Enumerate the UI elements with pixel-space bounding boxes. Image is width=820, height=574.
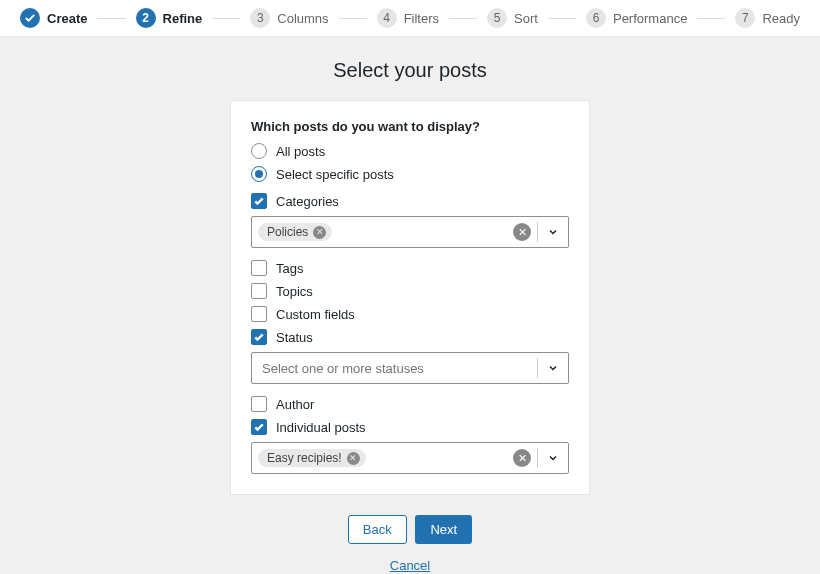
checkbox-icon: [251, 419, 267, 435]
checkbox-author[interactable]: Author: [251, 396, 569, 412]
page-title: Select your posts: [0, 59, 820, 82]
action-bar: Back Next: [0, 515, 820, 544]
step-connector: [449, 18, 477, 19]
step-filters[interactable]: 4 Filters: [377, 8, 439, 28]
step-columns[interactable]: 3 Columns: [250, 8, 328, 28]
checkbox-label: Author: [276, 397, 314, 412]
radio-label: Select specific posts: [276, 167, 394, 182]
clear-icon[interactable]: ✕: [513, 449, 531, 467]
checkbox-categories[interactable]: Categories: [251, 193, 569, 209]
step-connector: [339, 18, 367, 19]
step-number: 7: [735, 8, 755, 28]
step-label: Refine: [163, 11, 203, 26]
step-number: 6: [586, 8, 606, 28]
step-number: 5: [487, 8, 507, 28]
checkbox-topics[interactable]: Topics: [251, 283, 569, 299]
chip-easy-recipies: Easy recipies! ✕: [258, 449, 366, 467]
clear-icon[interactable]: ✕: [513, 223, 531, 241]
checkbox-icon: [251, 283, 267, 299]
checkbox-icon: [251, 329, 267, 345]
step-number: 3: [250, 8, 270, 28]
step-performance[interactable]: 6 Performance: [586, 8, 687, 28]
select-body[interactable]: Policies ✕: [252, 223, 513, 241]
step-ready[interactable]: 7 Ready: [735, 8, 800, 28]
chip-remove-icon[interactable]: ✕: [313, 226, 326, 239]
chevron-down-icon[interactable]: [538, 452, 568, 464]
select-placeholder: Select one or more statuses: [258, 361, 424, 376]
chevron-down-icon[interactable]: [538, 362, 568, 374]
checkbox-label: Individual posts: [276, 420, 366, 435]
step-label: Columns: [277, 11, 328, 26]
select-body[interactable]: Easy recipies! ✕: [252, 449, 513, 467]
status-select[interactable]: Select one or more statuses: [251, 352, 569, 384]
step-connector: [697, 18, 725, 19]
radio-icon: [251, 143, 267, 159]
step-sort[interactable]: 5 Sort: [487, 8, 538, 28]
cancel-link[interactable]: Cancel: [0, 558, 820, 573]
back-button[interactable]: Back: [348, 515, 407, 544]
radio-select-specific[interactable]: Select specific posts: [251, 166, 569, 182]
chip-remove-icon[interactable]: ✕: [347, 452, 360, 465]
checkbox-icon: [251, 193, 267, 209]
step-connector: [548, 18, 576, 19]
checkbox-icon: [251, 260, 267, 276]
step-create[interactable]: Create: [20, 8, 87, 28]
next-button[interactable]: Next: [415, 515, 472, 544]
checkbox-custom-fields[interactable]: Custom fields: [251, 306, 569, 322]
radio-label: All posts: [276, 144, 325, 159]
checkbox-status[interactable]: Status: [251, 329, 569, 345]
checkbox-label: Custom fields: [276, 307, 355, 322]
form-card: Which posts do you want to display? All …: [230, 100, 590, 495]
checkbox-label: Categories: [276, 194, 339, 209]
step-number: 2: [136, 8, 156, 28]
wizard-stepper: Create 2 Refine 3 Columns 4 Filters 5 So…: [0, 0, 820, 37]
checkbox-individual-posts[interactable]: Individual posts: [251, 419, 569, 435]
categories-select[interactable]: Policies ✕ ✕: [251, 216, 569, 248]
check-icon: [20, 8, 40, 28]
select-body[interactable]: Select one or more statuses: [252, 361, 537, 376]
step-label: Create: [47, 11, 87, 26]
question-text: Which posts do you want to display?: [251, 119, 569, 134]
step-label: Performance: [613, 11, 687, 26]
step-label: Ready: [762, 11, 800, 26]
radio-all-posts[interactable]: All posts: [251, 143, 569, 159]
step-label: Filters: [404, 11, 439, 26]
checkbox-tags[interactable]: Tags: [251, 260, 569, 276]
chip-label: Policies: [267, 225, 308, 239]
checkbox-label: Topics: [276, 284, 313, 299]
radio-icon: [251, 166, 267, 182]
chevron-down-icon[interactable]: [538, 226, 568, 238]
checkbox-label: Tags: [276, 261, 303, 276]
checkbox-label: Status: [276, 330, 313, 345]
chip-policies: Policies ✕: [258, 223, 332, 241]
checkbox-icon: [251, 306, 267, 322]
chip-label: Easy recipies!: [267, 451, 342, 465]
step-refine[interactable]: 2 Refine: [136, 8, 203, 28]
step-number: 4: [377, 8, 397, 28]
individual-posts-select[interactable]: Easy recipies! ✕ ✕: [251, 442, 569, 474]
checkbox-icon: [251, 396, 267, 412]
step-connector: [97, 18, 125, 19]
step-label: Sort: [514, 11, 538, 26]
step-connector: [212, 18, 240, 19]
